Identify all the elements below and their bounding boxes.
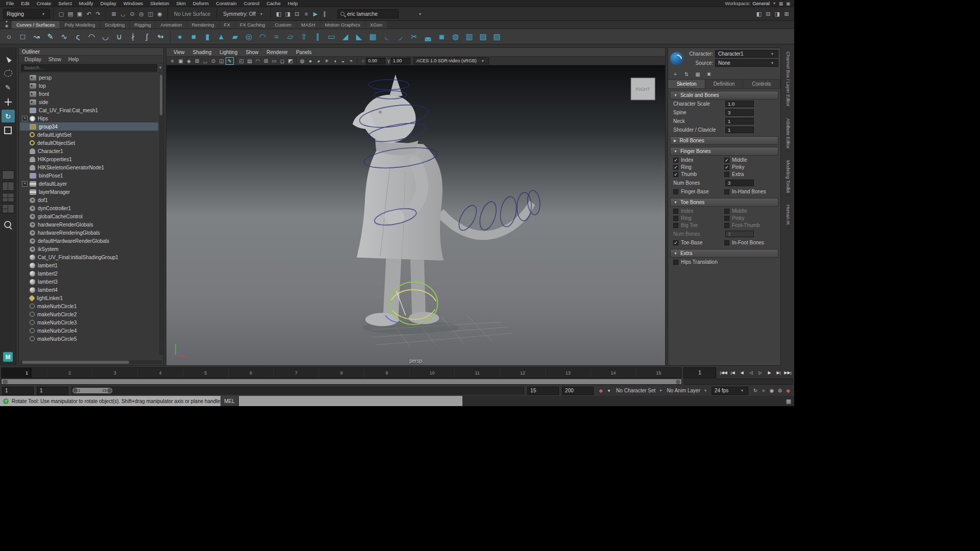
hik-checkbox[interactable]: Extra: [724, 171, 775, 177]
hik-checkbox[interactable]: Index: [673, 157, 724, 163]
frame-tick[interactable]: 4: [137, 368, 183, 378]
snap-grid-icon[interactable]: ⊞: [193, 57, 201, 65]
outliner-item[interactable]: front: [20, 90, 158, 98]
mel-label[interactable]: MEL: [220, 396, 239, 406]
shaded-icon[interactable]: ●: [306, 57, 314, 65]
modeling-toolkit-icon[interactable]: M: [3, 352, 13, 362]
snap-projected-center-icon[interactable]: ◎: [137, 9, 146, 19]
outliner-item[interactable]: lambert3: [20, 278, 158, 286]
outliner-menu[interactable]: Display: [21, 57, 45, 62]
render-icon[interactable]: ◧: [274, 9, 283, 19]
playblast-icon[interactable]: ▶: [311, 9, 320, 19]
section-toe-bones[interactable]: ▼ Toe Bones: [670, 198, 778, 207]
ambient-occlusion-icon[interactable]: ◒: [339, 57, 347, 65]
shelf-tab[interactable]: FX: [219, 21, 235, 29]
menu-item[interactable]: Select: [55, 1, 75, 6]
outliner-item[interactable]: hardwareRenderGlobals: [20, 220, 158, 229]
character-set-selector[interactable]: No Character Set ▾: [616, 388, 664, 393]
menu-item[interactable]: Cache: [263, 1, 284, 6]
playback-start-field[interactable]: [37, 387, 68, 395]
menu-item[interactable]: Modify: [76, 1, 97, 6]
layout-three-pane-button[interactable]: [2, 204, 14, 213]
outliner-item[interactable]: group34: [20, 122, 158, 131]
hik-checkbox[interactable]: In-Hand Bones: [724, 189, 775, 194]
hik-checkbox[interactable]: Middle: [724, 157, 775, 163]
step-back-key-button[interactable]: |◀: [728, 368, 737, 378]
intersect-icon[interactable]: ◍: [449, 30, 462, 43]
shelf-tab[interactable]: Sculpting: [100, 21, 129, 29]
section-roll-bones[interactable]: ▶ Roll Bones: [670, 136, 778, 145]
workspace-caret-icon[interactable]: ▾: [771, 1, 777, 6]
hik-tab[interactable]: Skeleton: [668, 80, 705, 88]
insert-knot-icon[interactable]: ∫: [140, 30, 154, 43]
nurbs-plane-icon[interactable]: ▰: [228, 30, 242, 43]
nurbs-square-icon[interactable]: □: [16, 30, 30, 43]
outliner-item[interactable]: HIKSkeletonGeneratorNode1: [20, 163, 158, 171]
outliner-horizontal-scrollbar[interactable]: [20, 360, 162, 364]
hik-checkbox[interactable]: Toe-Base: [673, 240, 724, 245]
section-scale-and-bones[interactable]: ▼ Scale and Bones: [670, 91, 778, 99]
scene-view[interactable]: RIGHT: [166, 65, 665, 365]
frame-tick[interactable]: 6: [228, 368, 274, 378]
docked-panel-tab[interactable]: Attribute Editor: [786, 116, 791, 152]
frame-tick[interactable]: 8: [318, 368, 364, 378]
outliner-item[interactable]: globalCacheControl: [20, 212, 158, 220]
source-selector[interactable]: None ▾: [715, 59, 778, 67]
stitch-icon[interactable]: ▦: [366, 30, 380, 43]
frame-tick[interactable]: 9: [364, 368, 409, 378]
display-layer-icon[interactable]: ≡: [302, 9, 311, 19]
menu-item[interactable]: Constrain: [212, 1, 240, 6]
layout-two-pane-button[interactable]: [2, 182, 14, 191]
user-search-caret-icon[interactable]: ▾: [417, 12, 423, 16]
menu-item[interactable]: Display: [97, 1, 120, 6]
response-curve-icon[interactable]: ◠: [254, 57, 262, 65]
hik-attribute-field[interactable]: [725, 101, 754, 107]
shelf-gear-icon[interactable]: ✱: [2, 24, 11, 29]
exposure-field[interactable]: [366, 58, 385, 64]
symmetry-toggle-icon[interactable]: ◫: [217, 57, 226, 65]
frame-tick[interactable]: 11: [454, 368, 500, 378]
shelf-menu-caret-icon[interactable]: ▾: [2, 19, 11, 24]
open-scene-icon[interactable]: ▤: [66, 9, 75, 19]
menu-item[interactable]: Create: [33, 1, 55, 6]
auto-key-icon[interactable]: ◆: [784, 387, 792, 395]
extend-surface-icon[interactable]: ▧: [476, 30, 490, 43]
section-extra[interactable]: ▼ Extra: [670, 249, 778, 258]
offset-surface-icon[interactable]: ▨: [490, 30, 504, 43]
outliner-item[interactable]: makeNurbCircle4: [20, 327, 158, 335]
hik-attribute-field[interactable]: [725, 127, 754, 133]
frame-tick[interactable]: 15: [635, 368, 681, 378]
expand-toggle-icon[interactable]: [22, 181, 28, 187]
docked-panel-tab[interactable]: Human IK: [786, 203, 791, 228]
outliner-item[interactable]: bindPose1: [20, 171, 158, 180]
shelf-tab[interactable]: MASH: [297, 21, 320, 29]
current-frame-indicator[interactable]: 1: [2, 368, 31, 378]
layout-single-pane-button[interactable]: [2, 170, 14, 180]
two-point-arc-icon[interactable]: ◡: [99, 30, 112, 43]
revolve-icon[interactable]: ◠: [256, 30, 270, 43]
outliner-item[interactable]: ikSystem: [20, 245, 158, 253]
outliner-item[interactable]: defaultObjectSet: [20, 139, 158, 147]
window-options-icon[interactable]: ▣: [785, 1, 792, 6]
lasso-select-tool[interactable]: [2, 67, 15, 80]
step-forward-frame-button[interactable]: ▶: [765, 368, 774, 378]
workspace-selector[interactable]: General: [752, 1, 771, 6]
gamma-field[interactable]: [391, 58, 410, 64]
symmetry-selector[interactable]: Symmetry: Off ▾: [220, 11, 267, 17]
outliner-filter-caret-icon[interactable]: ▾: [159, 65, 161, 70]
surface-fillet-icon[interactable]: ◟: [380, 30, 394, 43]
scale-tool[interactable]: [2, 124, 15, 137]
outliner-item[interactable]: Character1: [20, 147, 158, 155]
range-slider-track[interactable]: 1 15: [71, 387, 524, 394]
snap-point-icon[interactable]: ⊙: [209, 57, 217, 65]
isolate-select-icon[interactable]: ◰: [237, 57, 246, 65]
render-settings-icon[interactable]: ⊡: [292, 9, 302, 19]
project-curve-icon[interactable]: ◙: [435, 30, 449, 43]
undo-icon[interactable]: ↶: [84, 9, 93, 19]
scrub-handle-right[interactable]: [676, 380, 680, 384]
outliner-item[interactable]: lambert2: [20, 269, 158, 278]
hik-checkbox[interactable]: Ring: [673, 215, 724, 221]
delete-definition-icon[interactable]: ✖: [705, 70, 713, 78]
stance-pose-icon[interactable]: ▦: [694, 70, 702, 78]
nurbs-cone-icon[interactable]: ▲: [214, 30, 228, 43]
